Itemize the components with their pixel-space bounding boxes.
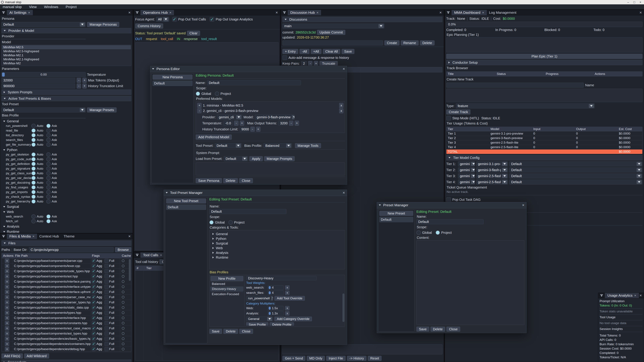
category-item[interactable]: Web: [212, 246, 344, 250]
agg-checkbox[interactable]: [92, 316, 96, 320]
tier-provider-select[interactable]: gemini: [458, 167, 475, 172]
new-profile-button[interactable]: New Profile: [210, 276, 243, 281]
preset-list-item[interactable]: Default: [379, 217, 413, 222]
remove-file-button[interactable]: x: [5, 321, 9, 325]
apply-button[interactable]: Apply: [250, 156, 263, 161]
panel-close-icon[interactable]: ×: [640, 293, 642, 298]
history-truncation-input[interactable]: 900000: [240, 127, 249, 132]
auto-radio[interactable]: [31, 195, 36, 199]
temperature-input[interactable]: -0.0: [224, 121, 233, 126]
system-prompt-textarea[interactable]: [196, 163, 345, 175]
auto-add-checkbox[interactable]: [282, 55, 287, 60]
history-limit-input[interactable]: 900000: [2, 83, 75, 88]
increment-button[interactable]: +: [82, 78, 87, 83]
auto-radio[interactable]: [31, 138, 36, 142]
add-preferred-model-button[interactable]: Add Preferred Model: [196, 135, 232, 140]
tab-close-icon[interactable]: ×: [634, 294, 636, 298]
create-discussion-button[interactable]: Create: [384, 40, 400, 45]
remove-file-button[interactable]: x: [5, 295, 9, 299]
bias-profile-select[interactable]: Balanced: [2, 118, 86, 118]
persona-select[interactable]: Default: [2, 22, 86, 27]
tab-close-icon[interactable]: ×: [316, 10, 318, 14]
agg-checkbox[interactable]: [92, 285, 96, 289]
decrement-button[interactable]: -: [289, 121, 293, 126]
remove-file-button[interactable]: x: [5, 300, 9, 305]
entry-button[interactable]: Save: [342, 49, 354, 54]
bias-profile-item[interactable]: Discovery-Heavy: [210, 287, 243, 291]
keep-pairs-input[interactable]: 2: [301, 61, 307, 66]
model-list-item[interactable]: MiniMax-M2.5: [2, 45, 131, 49]
manage-personas-button[interactable]: Manage Personas: [87, 22, 119, 27]
ask-radio[interactable]: [46, 128, 51, 133]
discussion-name-input[interactable]: [282, 40, 383, 45]
tab-mma-dashboard[interactable]: MMA Dashboard×: [452, 10, 487, 15]
dock-collapse-icon[interactable]: [134, 252, 140, 258]
send-action-button[interactable]: Inject File: [326, 356, 346, 361]
decrement-button[interactable]: -: [77, 83, 81, 88]
remove-file-button[interactable]: x: [5, 274, 9, 279]
agg-checkbox[interactable]: [92, 332, 96, 336]
manage-prompts-button[interactable]: Manage Prompts: [264, 156, 295, 161]
full-checkbox[interactable]: [104, 285, 108, 289]
manage-tools-button[interactable]: Manage Tools: [295, 143, 321, 148]
category-item[interactable]: General: [212, 232, 344, 236]
category-item[interactable]: Python: [212, 236, 344, 241]
bias-profile-item[interactable]: Balanced: [210, 282, 243, 286]
full-checkbox[interactable]: [104, 290, 108, 294]
discussions-section-header[interactable]: Discussions: [282, 17, 442, 22]
scope-project-radio[interactable]: [215, 91, 219, 96]
create-track-button[interactable]: Create Track: [446, 109, 470, 114]
tab-theme[interactable]: Theme: [61, 234, 77, 239]
tool-group-surgical[interactable]: Surgical: [3, 205, 131, 209]
remove-weight-button[interactable]: x: [285, 285, 290, 290]
track-description-textarea[interactable]: [446, 89, 642, 102]
remove-multiplier-button[interactable]: x: [285, 306, 290, 310]
remove-model-button[interactable]: x: [339, 103, 344, 108]
remove-file-button[interactable]: x: [5, 290, 9, 294]
menu-item[interactable]: manual slop: [3, 5, 22, 9]
tab-discussion-hub[interactable]: Discussion Hub×: [288, 10, 321, 15]
preferred-provider-select[interactable]: gemini_cli: [217, 115, 242, 120]
agg-checkbox[interactable]: [92, 280, 96, 284]
remove-file-button[interactable]: x: [5, 259, 9, 263]
ask-radio[interactable]: [46, 185, 51, 190]
tab-log-management[interactable]: Log Management: [487, 10, 519, 15]
tool-group-runtime[interactable]: Runtime: [3, 230, 131, 233]
new-persona-button[interactable]: New Persona: [152, 75, 192, 80]
delete-button[interactable]: Delete: [224, 329, 238, 334]
tier-model-select[interactable]: gemini-3.1-pro-preview: [476, 161, 508, 166]
auto-radio[interactable]: [31, 142, 36, 147]
tab-operations-hub[interactable]: Operations Hub×: [140, 10, 174, 15]
full-checkbox[interactable]: [104, 337, 108, 341]
active-tool-presets-section-header[interactable]: Active Tool Presets & Biases: [2, 96, 131, 101]
clear-status-button[interactable]: Clear: [187, 31, 200, 36]
auto-radio[interactable]: [31, 176, 36, 180]
tab-close-icon[interactable]: ×: [170, 10, 172, 14]
close-dialog-button[interactable]: Close: [446, 327, 460, 332]
auto-radio[interactable]: [31, 162, 36, 166]
max-tokens-input[interactable]: 32000: [2, 78, 75, 83]
tool-preset-name-input[interactable]: Default: [209, 209, 286, 214]
comms-history-tab[interactable]: Comms History: [135, 23, 163, 28]
tab-close-icon[interactable]: ×: [32, 234, 34, 238]
panel-close-icon[interactable]: ×: [276, 10, 278, 15]
full-checkbox[interactable]: [104, 347, 108, 351]
menu-item[interactable]: Project: [66, 5, 77, 9]
truncate-button[interactable]: Truncate: [320, 61, 338, 66]
auto-radio[interactable]: [31, 166, 36, 171]
agg-checkbox[interactable]: [92, 290, 96, 294]
tier-provider-select[interactable]: gemini: [458, 161, 475, 166]
panel-close-icon[interactable]: ×: [128, 234, 131, 239]
tier-preset-select[interactable]: Default: [509, 161, 642, 166]
tool-preset-list-item[interactable]: Default: [166, 204, 206, 210]
tier-preset-select[interactable]: Default: [509, 179, 642, 185]
load-from-preset-select[interactable]: Default: [224, 156, 248, 161]
add-tool-override-button[interactable]: Add Tool Override: [274, 296, 305, 301]
auto-radio[interactable]: [31, 199, 36, 204]
entry-button[interactable]: -All: [300, 49, 310, 54]
save-persona-button[interactable]: Save Persona: [196, 178, 222, 183]
ask-radio[interactable]: [46, 138, 51, 142]
tool-group-general[interactable]: General: [3, 119, 131, 123]
model-list-item[interactable]: MiniMax-M2.1-highspeed: [2, 57, 131, 61]
menu-item[interactable]: Windows: [44, 5, 58, 9]
